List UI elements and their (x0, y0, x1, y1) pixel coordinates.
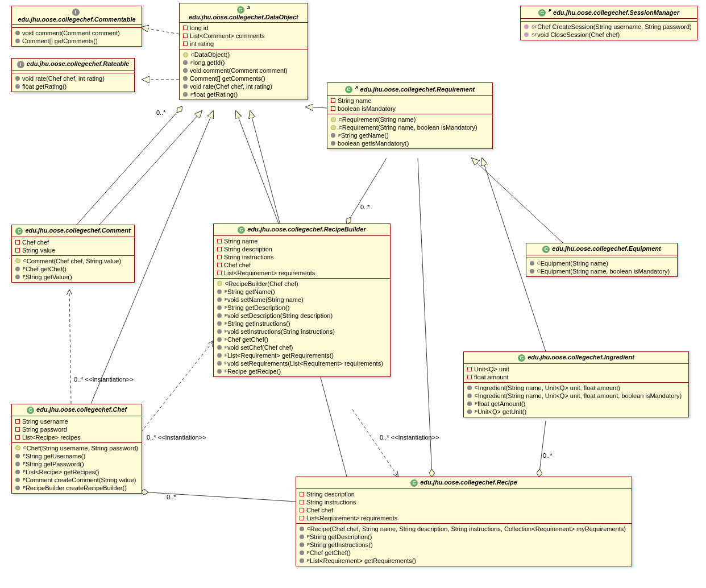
method-row: FList<Requirement> getRequirements() (296, 557, 632, 565)
svg-line-9 (69, 290, 71, 404)
method-row: FList<Requirement> getRequirements() (214, 351, 390, 359)
method-icon (15, 84, 20, 89)
method-row: FUnit<Q> getUnit() (464, 408, 688, 416)
class-name: edu.jhu.oose.collegechef.Ingredient (528, 354, 634, 361)
field-icon (300, 508, 304, 512)
method-icon (15, 267, 20, 271)
class-icon: C (542, 246, 550, 253)
class-name: edu.jhu.oose.collegechef.SessionManager (553, 9, 679, 16)
field-row: List<Comment> comments (180, 32, 308, 40)
field-icon (15, 419, 20, 424)
class-title: Cedu.jhu.oose.collegechef.Comment (12, 225, 134, 237)
method-icon (183, 84, 188, 89)
constructor-icon (15, 258, 20, 263)
method-row: FComment createComment(String value) (12, 476, 142, 484)
class-rateable: Iedu.jhu.oose.collegechef.Rateable void … (11, 58, 135, 92)
method-icon (217, 289, 222, 294)
class-commentable: Iedu.jhu.oose.collegechef.Commentable vo… (11, 6, 142, 47)
class-icon: C (518, 354, 525, 362)
method-row: FList<Recipe> getRecipes() (12, 468, 142, 476)
method-row: SFvoid CloseSession(Chef chef) (521, 31, 697, 39)
field-icon (15, 435, 20, 440)
class-title: Cedu.jhu.oose.collegechef.Chef (12, 404, 142, 416)
field-icon (217, 263, 222, 267)
field-icon (183, 34, 188, 38)
method-row: FString getValue() (12, 273, 134, 281)
svg-line-2 (99, 111, 202, 225)
method-icon (217, 337, 222, 342)
method-icon (183, 68, 188, 73)
method-row: void comment(Comment comment) (180, 67, 308, 74)
field-row: String username (12, 417, 142, 425)
field-row: boolean isMandatory (327, 105, 492, 113)
field-row: String name (214, 237, 390, 245)
instantiation-label: 0..* <<Instantiation>> (380, 434, 439, 441)
field-row: String value (12, 246, 134, 254)
method-icon (300, 535, 304, 539)
method-row: Flong getId() (180, 59, 308, 67)
field-icon (183, 42, 188, 46)
static-method-icon (524, 24, 529, 29)
class-equipment: Cedu.jhu.oose.collegechef.Equipment CEqu… (526, 243, 678, 277)
method-row: CComment(Chef chef, String value) (12, 257, 134, 265)
method-row: Fvoid setInstructions(String instruction… (214, 328, 390, 336)
method-icon (467, 401, 472, 406)
field-row: Chef chef (296, 506, 632, 514)
field-row: String instructions (214, 253, 390, 261)
method-icon (15, 31, 20, 35)
class-name: edu.jhu.oose.collegechef.Equipment (552, 245, 661, 252)
constructor-icon (331, 117, 336, 122)
class-icon: C (237, 6, 244, 14)
method-icon (217, 353, 222, 358)
svg-line-6 (306, 107, 327, 108)
class-title: Iedu.jhu.oose.collegechef.Commentable (12, 6, 142, 25)
class-recipebuilder: Cedu.jhu.oose.collegechef.RecipeBuilder … (213, 223, 391, 377)
method-icon (530, 269, 534, 274)
field-row: long id (180, 24, 308, 32)
multiplicity-label: 0..* (360, 204, 370, 210)
class-name: edu.jhu.oose.collegechef.Recipe (420, 479, 517, 486)
method-icon (15, 39, 20, 43)
class-sessionmanager: CF edu.jhu.oose.collegechef.SessionManag… (520, 6, 697, 40)
method-row: void comment(Comment comment) (12, 29, 142, 37)
method-icon (300, 550, 304, 555)
field-row: Unit<Q> unit (464, 365, 688, 373)
field-icon (217, 271, 222, 275)
field-row: Chef chef (12, 238, 134, 246)
method-row: CRecipe(Chef chef, String name, String d… (296, 525, 632, 533)
field-row: int rating (180, 40, 308, 48)
field-icon (15, 427, 20, 432)
field-icon (300, 516, 304, 520)
constructor-icon (183, 52, 188, 57)
svg-line-11 (352, 409, 398, 477)
method-row: CIngredient(String name, Unit<Q> unit, f… (464, 384, 688, 392)
class-icon: C (538, 9, 546, 16)
method-row: boolean getIsMandatory() (327, 139, 492, 147)
method-row: Fvoid setChef(Chef chef) (214, 343, 390, 351)
method-icon (217, 329, 222, 334)
class-name: edu.jhu.oose.collegechef.Comment (25, 227, 130, 234)
class-title: CF edu.jhu.oose.collegechef.SessionManag… (521, 6, 697, 19)
field-icon (467, 367, 472, 371)
method-icon (183, 60, 188, 65)
field-icon (15, 248, 20, 252)
method-icon (217, 361, 222, 366)
method-row: CEquipment(String name, boolean isMandat… (526, 267, 677, 275)
field-icon (331, 106, 335, 111)
method-icon (183, 92, 188, 97)
method-row: FString getName() (327, 131, 492, 139)
method-icon (15, 454, 20, 458)
method-row: FString getPassword() (12, 460, 142, 468)
method-icon (467, 409, 472, 414)
method-row: CRequirement(String name, boolean isMand… (327, 123, 492, 131)
method-row: FString getName() (214, 288, 390, 296)
class-icon: C (15, 227, 23, 235)
instantiation-label: 0..* <<Instantiation>> (74, 376, 134, 383)
interface-icon: I (72, 9, 80, 16)
method-icon (300, 527, 304, 531)
method-row: void rate(Chef chef, int rating) (180, 82, 308, 90)
method-icon (217, 297, 222, 302)
class-title: Cedu.jhu.oose.collegechef.Recipe (296, 477, 632, 489)
class-icon: C (410, 479, 418, 487)
svg-line-10 (141, 341, 213, 432)
